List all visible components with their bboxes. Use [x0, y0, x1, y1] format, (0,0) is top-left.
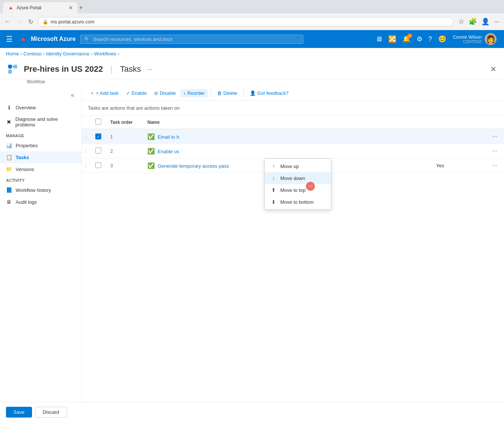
feedback-button[interactable]: 👤 Got feedback? [247, 89, 292, 97]
row-name-link-2[interactable]: Enable us [158, 149, 179, 154]
drag-handle-2[interactable]: ⋮ [82, 144, 91, 158]
nav-back-button[interactable]: ← [3, 17, 12, 26]
row-actions-2: ··· [485, 144, 504, 158]
sidebar-item-versions[interactable]: 📁 Versions [0, 163, 82, 175]
browser-tab-bar: 🔺 Azure Portal ✕ + [0, 0, 504, 13]
audit-logs-icon: 🖥 [6, 199, 12, 205]
breadcrumb-identity-governance[interactable]: Identity Governance [46, 51, 89, 57]
sidebar-item-properties[interactable]: 📊 Properties [0, 139, 82, 151]
browser-chrome: 🔺 Azure Portal ✕ + ← → ↻ 🔒 ms.portal.azu… [0, 0, 504, 30]
row-order-3: 3 [106, 158, 143, 173]
versions-icon: 📁 [6, 166, 12, 172]
toolbar-sep-1 [211, 90, 211, 97]
row-name-link-3[interactable]: Generate temporary access pass [158, 163, 229, 169]
nav-forward-button[interactable]: → [15, 17, 24, 26]
select-all-checkbox[interactable] [95, 119, 101, 125]
azure-search-bar[interactable]: 🔍 [80, 35, 303, 44]
move-down-icon: ↓ [271, 175, 277, 181]
checkbox-cell-2[interactable] [91, 144, 106, 158]
col-name-header: Name [143, 116, 432, 129]
activity-section-label: Activity [0, 175, 82, 184]
sidebar-item-audit-logs[interactable]: 🖥 Audit logs [0, 196, 82, 208]
favorites-button[interactable]: ☆ [457, 16, 466, 27]
browser-tab-close[interactable]: ✕ [68, 5, 73, 11]
row-more-button-1[interactable]: ··· [490, 132, 500, 141]
move-to-top-label: Move to top [280, 187, 306, 193]
directory-button[interactable]: 🔀 [386, 33, 399, 45]
svg-rect-0 [8, 65, 12, 68]
row-name-link-1[interactable]: Email to h [158, 134, 179, 140]
user-name: Connie Wilson [453, 35, 482, 40]
page-subtitle: Tasks [120, 64, 141, 74]
save-button[interactable]: Save [6, 407, 32, 418]
breadcrumb-workflows[interactable]: Workflows [94, 51, 117, 57]
delete-button[interactable]: 🗑 Delete [214, 89, 240, 97]
sidebar-item-diagnose[interactable]: ✖ Diagnose and solve problems [0, 113, 82, 131]
disable-button[interactable]: ⊘ Disable [151, 89, 179, 97]
reorder-button[interactable]: ↕ Reorder [181, 89, 208, 97]
azure-logo-link[interactable]: 🔺 Microsoft Azure [19, 35, 76, 44]
description-text: Tasks are actions that are actions taken… [82, 101, 504, 116]
sidebar-item-workflow-history[interactable]: 📘 Workflow history [0, 184, 82, 196]
reorder-move-to-bottom[interactable]: ⬇ Move to bottom [265, 196, 331, 208]
drag-handle-3[interactable]: ⋮ [82, 158, 91, 173]
row-checkbox-2[interactable] [95, 148, 101, 154]
row-name-2: ✅ Enable us [143, 144, 432, 158]
page-more-button[interactable]: ··· [146, 64, 154, 75]
azure-logo-icon: 🔺 [19, 35, 28, 44]
move-to-bottom-icon: ⬇ [271, 199, 277, 205]
address-bar[interactable]: 🔒 ms.portal.azure.com [38, 17, 454, 26]
notification-badge: 1 [408, 33, 412, 38]
add-task-label: + Add task [96, 90, 119, 96]
notifications-button[interactable]: 🔔 1 [400, 33, 413, 45]
add-task-button[interactable]: + + Add task [88, 89, 122, 97]
help-button[interactable]: ? [426, 33, 434, 45]
table-row: ⋮ 2 ✅ Enable us ··· [82, 144, 504, 158]
discard-button[interactable]: Discard [35, 407, 67, 418]
browser-tab-active[interactable]: 🔺 Azure Portal ✕ [3, 2, 77, 13]
feedback-button[interactable]: 😊 [436, 33, 449, 45]
breadcrumb-sep-4: › [118, 51, 119, 57]
checkbox-cell-1[interactable]: ✓ [91, 129, 106, 144]
sidebar-collapse-button[interactable]: « [67, 90, 79, 100]
azure-logo-text: Microsoft Azure [31, 36, 76, 42]
sidebar-item-overview[interactable]: ℹ Overview [0, 102, 82, 113]
close-panel-button[interactable]: ✕ [489, 63, 498, 75]
user-profile-menu[interactable]: Connie Wilson CONTOSO 👩 [450, 32, 500, 46]
drag-handle-1[interactable]: ⋮ [82, 129, 91, 144]
cloud-shell-button[interactable]: 🖥 [373, 33, 385, 45]
disable-label: Disable [160, 90, 176, 96]
enable-icon: ✓ [126, 90, 130, 96]
disable-icon: ⊘ [154, 90, 158, 96]
new-tab-button[interactable]: + [79, 4, 83, 12]
search-input[interactable] [93, 36, 299, 42]
reorder-move-down[interactable]: ↓ Move down [265, 172, 331, 184]
checkbox-cell-3[interactable] [91, 158, 106, 173]
breadcrumb-contoso[interactable]: Contoso [23, 51, 41, 57]
azure-header: ☰ 🔺 Microsoft Azure 🔍 🖥 🔀 🔔 1 ⚙ ? 😊 Conn… [0, 30, 504, 48]
reorder-move-to-top[interactable]: ⬆ Move to top [265, 184, 331, 196]
sidebar-item-versions-label: Versions [16, 167, 34, 172]
toolbar-sep-2 [243, 90, 244, 97]
row-more-button-3[interactable]: ··· [490, 161, 500, 170]
settings-button[interactable]: ⚙ [414, 33, 425, 45]
hamburger-menu-button[interactable]: ☰ [4, 33, 14, 45]
user-profile-browser-button[interactable]: 👤 [480, 16, 491, 27]
col-checkbox-header [91, 116, 106, 129]
breadcrumb: Home › Contoso › Identity Governance › W… [0, 48, 504, 59]
content-area: + + Add task ✓ Enable ⊘ Disable ↕ Reorde… [82, 86, 504, 422]
user-org: CONTOSO [453, 40, 482, 44]
browser-settings-button[interactable]: ··· [492, 16, 501, 27]
move-down-label: Move down [280, 175, 305, 181]
nav-refresh-button[interactable]: ↻ [27, 17, 35, 27]
row-more-button-2[interactable]: ··· [490, 147, 500, 155]
sidebar-item-tasks[interactable]: 📋 Tasks [0, 151, 82, 163]
row-checkbox-1[interactable]: ✓ [95, 133, 101, 139]
sidebar-item-properties-label: Properties [16, 143, 38, 148]
reorder-move-up[interactable]: ↑ Move up [265, 160, 331, 172]
enable-button[interactable]: ✓ Enable [123, 89, 150, 97]
row-actions-1: ··· [485, 129, 504, 144]
extensions-button[interactable]: 🧩 [467, 16, 478, 27]
row-checkbox-3[interactable] [95, 162, 101, 168]
breadcrumb-home[interactable]: Home [6, 51, 19, 57]
